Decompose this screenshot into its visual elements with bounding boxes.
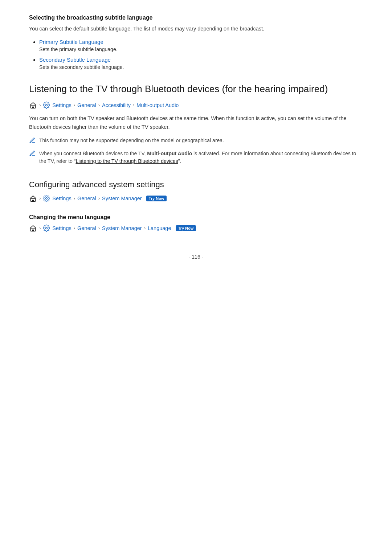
note-2-bold: Multi-output Audio	[147, 151, 192, 156]
svg-point-2	[46, 104, 48, 106]
svg-point-5	[46, 197, 48, 199]
chevron-4-4: ›	[144, 225, 146, 231]
home-icon-4	[29, 224, 37, 232]
section1-desc: You can select the default subtitle lang…	[29, 25, 363, 33]
section-advanced-system: Configuring advanced system settings › S…	[29, 180, 363, 202]
settings-icon-4	[43, 225, 50, 232]
try-now-badge-3[interactable]: Try Now	[146, 196, 167, 201]
settings-icon	[43, 102, 50, 109]
secondary-subtitle-link[interactable]: Secondary Subtitle Language	[39, 57, 111, 63]
section-bluetooth-hearing: Listening to the TV through Bluetooth de…	[29, 83, 363, 165]
settings-icon-3	[43, 195, 50, 202]
breadcrumb-settings-4[interactable]: Settings	[52, 225, 71, 231]
home-icon	[29, 101, 37, 109]
section-broadcasting-subtitle: Selecting the broadcasting subtitle lang…	[29, 15, 363, 70]
section2-body: You can turn on both the TV speaker and …	[29, 114, 363, 132]
note-1: This function may not be supported depen…	[29, 137, 363, 146]
svg-rect-4	[32, 200, 34, 202]
subtitle-language-list: Primary Subtitle Language Sets the prima…	[29, 39, 363, 70]
primary-subtitle-desc: Sets the primary subtitle language.	[39, 46, 363, 52]
section1-heading: Selecting the broadcasting subtitle lang…	[29, 15, 363, 21]
note-2-before: When you connect Bluetooth devices to th…	[39, 151, 147, 156]
breadcrumb-settings[interactable]: Settings	[52, 102, 71, 108]
note-2-text: When you connect Bluetooth devices to th…	[39, 150, 363, 165]
breadcrumb-multi-output[interactable]: Multi-output Audio	[136, 102, 179, 108]
breadcrumb-language-4[interactable]: Language	[148, 225, 171, 231]
note-2-after: ”.	[178, 158, 181, 164]
section3-heading: Configuring advanced system settings	[29, 180, 363, 189]
try-now-badge-4[interactable]: Try Now	[176, 225, 196, 231]
breadcrumb-general-3[interactable]: General	[77, 196, 96, 201]
chevron-2: ›	[74, 102, 75, 108]
breadcrumb-general[interactable]: General	[77, 102, 96, 108]
note-2-link[interactable]: Listening to the TV through Bluetooth de…	[75, 158, 178, 164]
section2-heading: Listening to the TV through Bluetooth de…	[29, 83, 363, 95]
chevron-4-3: ›	[98, 225, 100, 231]
pencil-icon-1	[29, 137, 36, 146]
chevron-4-1: ›	[39, 225, 41, 231]
breadcrumb-accessibility[interactable]: Accessibility	[102, 102, 131, 108]
chevron-3-1: ›	[39, 196, 41, 201]
chevron-3-3: ›	[98, 196, 100, 201]
chevron-3-2: ›	[74, 196, 75, 201]
secondary-subtitle-desc: Sets the secondary subtitle language.	[39, 64, 363, 70]
pencil-icon-2	[29, 150, 36, 159]
section2-breadcrumb: › Settings › General › Accessibility › M…	[29, 101, 363, 109]
svg-rect-7	[32, 230, 34, 231]
list-item-primary: Primary Subtitle Language Sets the prima…	[39, 39, 363, 52]
page-number: - 116 -	[29, 254, 363, 260]
breadcrumb-settings-3[interactable]: Settings	[52, 196, 71, 201]
svg-rect-1	[32, 107, 34, 108]
section4-heading: Changing the menu language	[29, 214, 363, 221]
breadcrumb-system-manager-3[interactable]: System Manager	[102, 196, 142, 201]
chevron-4-2: ›	[74, 225, 75, 231]
breadcrumb-system-manager-4[interactable]: System Manager	[102, 225, 142, 231]
note-1-text: This function may not be supported depen…	[39, 137, 224, 145]
primary-subtitle-link[interactable]: Primary Subtitle Language	[39, 39, 103, 45]
chevron-1: ›	[39, 102, 41, 108]
svg-point-8	[46, 227, 48, 229]
section3-breadcrumb: › Settings › General › System Manager Tr…	[29, 194, 363, 202]
section-menu-language: Changing the menu language › Settings › …	[29, 214, 363, 232]
home-icon-3	[29, 194, 37, 202]
section4-breadcrumb: › Settings › General › System Manager › …	[29, 224, 363, 232]
note-2: When you connect Bluetooth devices to th…	[29, 150, 363, 165]
chevron-3: ›	[98, 102, 100, 108]
breadcrumb-general-4[interactable]: General	[77, 225, 96, 231]
list-item-secondary: Secondary Subtitle Language Sets the sec…	[39, 57, 363, 70]
chevron-4: ›	[133, 102, 134, 108]
